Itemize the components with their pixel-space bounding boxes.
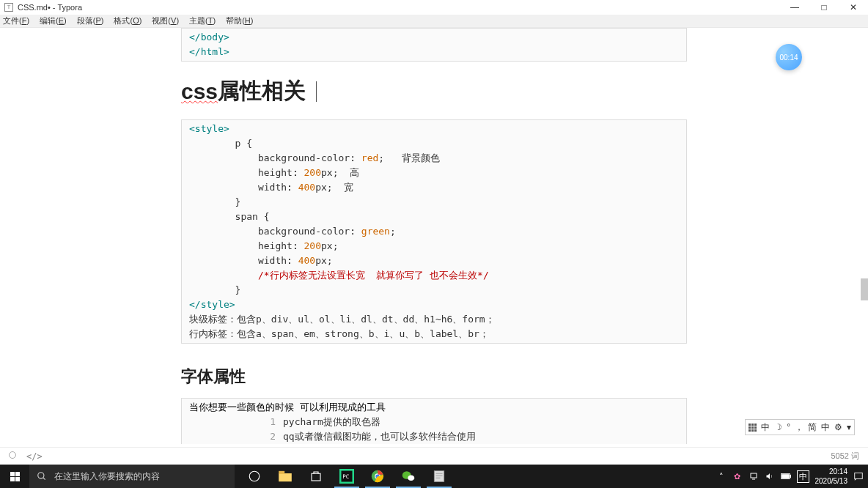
- list-item: 1pycharm提供的取色器: [189, 415, 679, 429]
- heading-rest: 属性相关: [218, 76, 306, 106]
- code-line: background-color: green;: [189, 224, 679, 239]
- tray-ime-indicator[interactable]: 中: [797, 470, 809, 483]
- text-cursor: [316, 81, 317, 102]
- system-tray: ˄ ✿ 中 20:14 2020/5/13: [712, 467, 869, 486]
- ime-grid-icon: [749, 424, 757, 432]
- svg-rect-21: [790, 475, 790, 478]
- svg-point-2: [249, 471, 260, 481]
- ime-item[interactable]: 中: [821, 421, 830, 434]
- tray-flower-icon[interactable]: ✿: [732, 471, 743, 481]
- close-button[interactable]: ✕: [839, 0, 868, 15]
- code-line: }: [189, 283, 679, 297]
- task-view-button[interactable]: [239, 465, 270, 488]
- app-icon: T: [4, 3, 13, 12]
- svg-rect-4: [279, 471, 284, 474]
- windows-logo-icon: [10, 472, 20, 481]
- ime-chevron-down-icon[interactable]: ▾: [847, 422, 851, 432]
- svg-rect-3: [279, 473, 292, 481]
- typora-icon[interactable]: [424, 465, 455, 488]
- scrollbar-thumb[interactable]: [861, 278, 868, 300]
- window-title: CSS.md• - Typora: [18, 3, 82, 12]
- svg-line-1: [43, 478, 45, 480]
- svg-point-13: [408, 476, 414, 481]
- chrome-icon[interactable]: [362, 465, 393, 488]
- ime-item[interactable]: 简: [808, 421, 817, 434]
- code-line: p {: [189, 136, 679, 151]
- titlebar: T CSS.md• - Typora — □ ✕: [0, 0, 868, 15]
- code-line: height: 200px;: [189, 239, 679, 254]
- list-item: 2qq或者微信截图功能，也可以多软件结合使用: [189, 429, 679, 444]
- code-line: /*行内标签无法设置长宽 就算你写了 也不会生效*/: [189, 268, 679, 283]
- code-line: }: [189, 195, 679, 210]
- code-line: </body>: [189, 32, 229, 42]
- heading-word: css: [181, 79, 218, 104]
- menu-help[interactable]: 帮助(H): [226, 15, 253, 26]
- ime-moon-icon[interactable]: ☽: [774, 422, 782, 432]
- editor-area[interactable]: </body> </html> css属性相关 <style> p { back…: [0, 28, 868, 447]
- code-line: 当你想要一些颜色的时候 可以利用现成的工具: [189, 400, 679, 415]
- pycharm-icon[interactable]: PC: [331, 465, 362, 488]
- tray-volume-icon[interactable]: [765, 471, 775, 481]
- code-line: height: 200px; 高: [189, 166, 679, 180]
- code-fence-style[interactable]: <style> p { background-color: red; 背景颜色 …: [181, 119, 687, 344]
- tray-notifications-icon[interactable]: [853, 471, 864, 481]
- minimize-button[interactable]: —: [780, 0, 809, 15]
- menu-view[interactable]: 视图(V): [152, 15, 179, 26]
- timer-widget[interactable]: 00:14: [776, 44, 802, 70]
- maximize-button[interactable]: □: [809, 0, 839, 15]
- ime-item[interactable]: 中: [761, 421, 770, 434]
- heading-1[interactable]: css属性相关: [181, 76, 687, 106]
- statusbar: </> 5052 词: [0, 447, 868, 465]
- window-controls: — □ ✕: [780, 0, 868, 15]
- ime-toolbar[interactable]: 中 ☽ ° ， 简 中 ⚙ ▾: [745, 419, 855, 435]
- tray-clock[interactable]: 20:14 2020/5/13: [815, 467, 848, 486]
- ime-gear-icon[interactable]: ⚙: [834, 422, 842, 432]
- menu-format[interactable]: 格式(O): [114, 15, 141, 26]
- menu-theme[interactable]: 主题(T): [189, 15, 216, 26]
- search-icon: [37, 471, 47, 481]
- code-line: width: 400px;: [189, 254, 679, 268]
- start-button[interactable]: [0, 465, 29, 488]
- ime-comma-icon[interactable]: ，: [795, 421, 803, 434]
- search-placeholder: 在这里输入你要搜索的内容: [54, 470, 160, 483]
- menu-paragraph[interactable]: 段落(P): [77, 15, 104, 26]
- menubar: 文件(F) 编辑(E) 段落(P) 格式(O) 视图(V) 主题(T) 帮助(H…: [0, 15, 868, 28]
- code-line: </style>: [189, 297, 679, 312]
- taskbar: 在这里输入你要搜索的内容 PC ˄ ✿ 中 20:14: [0, 465, 868, 488]
- tray-battery-icon[interactable]: [781, 471, 791, 481]
- outline-toggle-icon[interactable]: [9, 451, 16, 459]
- svg-rect-23: [855, 473, 863, 478]
- heading-2[interactable]: 字体属性: [181, 366, 687, 388]
- code-line: 块级标签：包含p、div、ul、ol、li、dl、dt、dd、h1~h6、for…: [189, 312, 679, 327]
- code-line: background-color: red; 背景颜色: [189, 151, 679, 166]
- wechat-icon[interactable]: [393, 465, 424, 488]
- code-line: <style>: [189, 122, 679, 136]
- taskbar-search[interactable]: 在这里输入你要搜索的内容: [29, 465, 235, 488]
- ime-sun-icon[interactable]: °: [787, 422, 790, 432]
- source-mode-icon[interactable]: </>: [26, 451, 43, 462]
- menu-edit[interactable]: 编辑(E): [40, 15, 67, 26]
- explorer-icon[interactable]: [270, 465, 301, 488]
- code-line: span {: [189, 210, 679, 224]
- svg-rect-5: [312, 473, 320, 481]
- tray-chevron-up-icon[interactable]: ˄: [716, 471, 727, 481]
- code-fence-fonts[interactable]: 当你想要一些颜色的时候 可以利用现成的工具 1pycharm提供的取色器 2qq…: [181, 398, 687, 444]
- store-icon[interactable]: [301, 465, 331, 488]
- menu-file[interactable]: 文件(F): [3, 15, 29, 26]
- svg-rect-22: [781, 475, 788, 478]
- svg-rect-18: [751, 473, 757, 478]
- code-line: width: 400px; 宽: [189, 180, 679, 195]
- tray-network-icon[interactable]: [749, 471, 759, 481]
- svg-rect-14: [434, 471, 444, 482]
- code-line: 行内标签：包含a、span、em、strong、b、i、u、b、label、br…: [189, 327, 679, 341]
- svg-text:PC: PC: [342, 473, 349, 480]
- svg-point-0: [38, 473, 44, 478]
- code-line: </html>: [189, 46, 229, 57]
- code-fence-top[interactable]: </body> </html>: [181, 28, 687, 62]
- word-count[interactable]: 5052 词: [831, 451, 859, 462]
